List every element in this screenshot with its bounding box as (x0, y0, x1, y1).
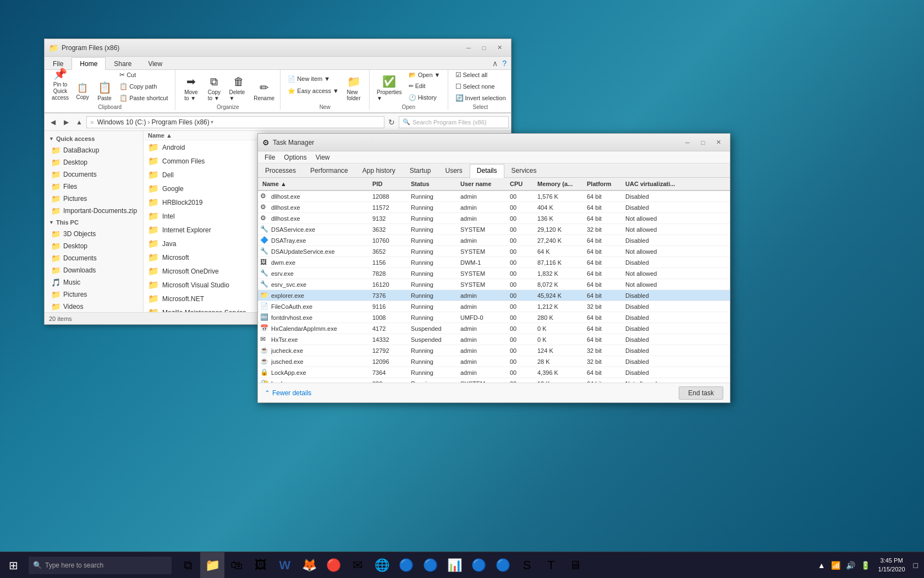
taskbar-icon-task-view[interactable]: ⧉ (176, 552, 200, 579)
sidebar-item-pictures2[interactable]: 📁 Pictures (45, 288, 143, 301)
this-pc-section[interactable]: ▼ This PC (45, 217, 143, 228)
table-row[interactable]: 📅 HxCalendarAppImm.exe 4172 Suspended ad… (258, 323, 730, 334)
path-dropdown-arrow[interactable]: ▾ (211, 119, 213, 125)
new-folder-btn[interactable]: 📁 Newfolder (343, 71, 365, 103)
taskbar-icon-word[interactable]: W (273, 552, 297, 579)
col-header-memory[interactable]: Memory (a... (533, 181, 582, 187)
taskbar-icon-app2[interactable]: 🔵 (418, 552, 442, 579)
tab-share[interactable]: Share (106, 57, 140, 70)
table-row[interactable]: 🖼 dwm.exe 1156 Running DWM-1 00 87,116 K… (258, 257, 730, 268)
sidebar-item-pictures[interactable]: 📁 Pictures (45, 193, 143, 205)
table-row[interactable]: 🔒 LockApp.exe 7364 Running admin 00 4,39… (258, 367, 730, 378)
history-btn[interactable]: 🕐 History (406, 92, 443, 103)
tm-minimize-button[interactable]: ─ (680, 137, 695, 148)
table-row[interactable]: ⚙ dllhost.exe 12088 Running admin 00 1,5… (258, 191, 730, 202)
col-header-uac[interactable]: UAC virtualizati... (621, 181, 687, 187)
taskbar-icon-chrome[interactable]: 🔴 (321, 552, 345, 579)
table-row[interactable]: 📄 FileCoAuth.exe 9116 Running admin 00 1… (258, 301, 730, 312)
sidebar-item-desktop2[interactable]: 📁 Desktop (45, 240, 143, 252)
pin-to-quick-access-btn[interactable]: 📌 Pin to Quickaccess (49, 71, 72, 103)
new-item-btn[interactable]: 📄 New item ▼ (285, 73, 342, 84)
col-header-cpu[interactable]: CPU (505, 181, 533, 187)
cut-btn[interactable]: ✂ Cut (117, 69, 170, 80)
tab-services[interactable]: Services (504, 164, 544, 178)
tab-app-history[interactable]: App history (355, 164, 403, 178)
tray-network[interactable]: 📶 (829, 561, 842, 570)
address-path-input[interactable]: » Windows 10 (C:) › Program Files (x86) … (86, 116, 384, 128)
taskbar-icon-teams[interactable]: T (539, 552, 563, 579)
sidebar-item-importantzip[interactable]: 📁 Important-Documents.zip (45, 205, 143, 217)
table-row[interactable]: ✉ HxTsr.exe 14332 Suspended admin 00 0 K… (258, 334, 730, 345)
table-row[interactable]: ⚙ dllhost.exe 11572 Running admin 00 404… (258, 202, 730, 213)
tab-processes[interactable]: Processes (258, 164, 303, 178)
taskbar-clock[interactable]: 3:45 PM 1/15/2020 (874, 557, 910, 574)
paste-btn[interactable]: 📋 Paste (94, 71, 116, 103)
tab-home[interactable]: Home (72, 57, 106, 70)
sidebar-item-documents2[interactable]: 📁 Documents (45, 252, 143, 264)
rename-btn[interactable]: ✏ Rename (252, 71, 276, 103)
move-to-btn[interactable]: ➡ Moveto ▼ (180, 71, 202, 103)
table-row[interactable]: 🔤 fontdrvhost.exe 1008 Running UMFD-0 00… (258, 312, 730, 323)
table-row[interactable]: 🔧 DSAService.exe 3632 Running SYSTEM 00 … (258, 224, 730, 235)
tm-menu-options[interactable]: Options (279, 152, 311, 162)
taskbar-icon-store[interactable]: 🛍 (224, 552, 249, 579)
col-header-user[interactable]: User name (456, 181, 505, 187)
copy-to-btn[interactable]: ⧉ Copyto ▼ (203, 71, 225, 103)
delete-btn[interactable]: 🗑 Delete ▼ (226, 71, 251, 103)
tm-menu-file[interactable]: File (260, 152, 279, 162)
sidebar-item-3dobjects[interactable]: 📁 3D Objects (45, 228, 143, 240)
path-part-windows[interactable]: Windows 10 (C:) (97, 118, 146, 126)
tab-view[interactable]: View (140, 57, 170, 70)
table-row[interactable]: 🔧 DSAUpdateService.exe 3652 Running SYST… (258, 246, 730, 257)
col-header-pid[interactable]: PID (368, 181, 406, 187)
col-header-name[interactable]: Name ▲ (258, 181, 368, 187)
sidebar-item-downloads[interactable]: 📁 Downloads (45, 264, 143, 276)
taskbar-icon-app3[interactable]: 📊 (442, 552, 466, 579)
properties-btn[interactable]: ✅ Properties ▼ (374, 71, 405, 103)
tray-volume[interactable]: 🔊 (844, 561, 857, 570)
tm-maximize-button[interactable]: □ (696, 137, 710, 148)
taskbar-icon-edge[interactable]: 🌐 (370, 552, 394, 579)
open-btn[interactable]: 📂 Open ▼ (406, 70, 443, 80)
taskbar-icon-app4[interactable]: 🔵 (466, 552, 491, 579)
back-button[interactable]: ◀ (47, 116, 59, 128)
table-row[interactable]: 🔧 esrv_svc.exe 16120 Running SYSTEM 00 8… (258, 279, 730, 290)
table-row[interactable]: 🔷 DSATray.exe 10760 Running admin 00 27,… (258, 235, 730, 246)
close-button[interactable]: ✕ (492, 42, 507, 53)
fewer-details-button[interactable]: ⌃ Fewer details (265, 389, 311, 397)
sidebar-item-desktop[interactable]: 📁 Desktop (45, 156, 143, 168)
sidebar-item-files[interactable]: 📁 Files (45, 181, 143, 193)
paste-shortcut-btn[interactable]: 📋 Paste shortcut (117, 92, 170, 103)
tray-battery[interactable]: 🔋 (859, 561, 872, 570)
tm-close-button[interactable]: ✕ (711, 137, 725, 148)
col-header-platform[interactable]: Platform (582, 181, 621, 187)
maximize-button[interactable]: □ (477, 42, 491, 53)
minimize-button[interactable]: ─ (461, 42, 476, 53)
table-row[interactable]: ⚙ dllhost.exe 9132 Running admin 00 136 … (258, 213, 730, 224)
table-row[interactable]: ☕ jucheck.exe 12792 Running admin 00 124… (258, 345, 730, 356)
path-part-programfiles[interactable]: Program Files (x86) (151, 118, 209, 126)
tm-menu-view[interactable]: View (311, 152, 334, 162)
taskbar-icon-app5[interactable]: 🔵 (491, 552, 515, 579)
select-all-btn[interactable]: ☑ Select all (453, 69, 509, 80)
sidebar-item-videos[interactable]: 📁 Videos (45, 301, 143, 312)
taskbar-icon-app1[interactable]: 🔵 (394, 552, 418, 579)
taskbar-icon-file-explorer[interactable]: 📁 (200, 552, 224, 579)
sidebar-item-databackup[interactable]: 📁 DataBackup (45, 144, 143, 156)
start-button[interactable]: ⊞ (0, 552, 26, 579)
table-row[interactable]: 🔧 esrv.exe 7828 Running SYSTEM 00 1,832 … (258, 268, 730, 279)
taskbar-search[interactable]: 🔍 Type here to search (29, 557, 172, 574)
table-row[interactable]: ☕ jusched.exe 12096 Running admin 00 28 … (258, 356, 730, 367)
end-task-button[interactable]: End task (679, 386, 723, 400)
select-none-btn[interactable]: ☐ Select none (453, 81, 509, 92)
taskbar-icon-app6[interactable]: 🖥 (563, 552, 587, 579)
action-center-icon[interactable]: □ (912, 561, 920, 570)
sidebar-item-music[interactable]: 🎵 Music (45, 276, 143, 288)
taskbar-icon-photos[interactable]: 🖼 (249, 552, 273, 579)
table-row[interactable]: 📁 explorer.exe 7376 Running admin 00 45,… (258, 290, 730, 301)
edit-btn[interactable]: ✏ Edit (406, 81, 443, 91)
forward-button[interactable]: ▶ (60, 116, 72, 128)
tab-details[interactable]: Details (470, 164, 504, 178)
tab-performance[interactable]: Performance (303, 164, 355, 178)
tab-startup[interactable]: Startup (403, 164, 438, 178)
